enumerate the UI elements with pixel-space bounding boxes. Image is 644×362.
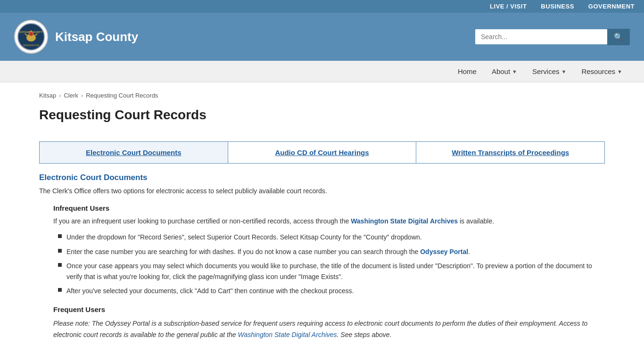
bullet-item-2: Enter the case number you are searching …: [58, 247, 605, 257]
search-button[interactable]: 🔍: [607, 29, 630, 45]
nav-services[interactable]: Services ▼: [525, 61, 574, 82]
frequent-users-note: Please note: The Odyssey Portal is a sub…: [53, 318, 605, 341]
logo-area: KITSAP COUNTY WASHINGTON Kitsap County: [14, 20, 138, 54]
breadcrumb-current: Requesting Court Records: [86, 92, 158, 99]
page-content: Kitsap › Clerk › Requesting Court Record…: [25, 82, 619, 360]
frequent-users-title: Frequent Users: [53, 305, 605, 313]
site-header: KITSAP COUNTY WASHINGTON Kitsap County 🔍: [0, 13, 644, 61]
nav-home[interactable]: Home: [450, 61, 484, 82]
topbar-government[interactable]: GOVERNMENT: [588, 3, 635, 10]
top-bar: LIVE / VISIT BUSINESS GOVERNMENT: [0, 0, 644, 13]
main-nav: Home About ▼ Services ▼ Resources ▼: [0, 61, 644, 82]
bullet-icon-2: [58, 249, 62, 253]
breadcrumb-sep-1: ›: [59, 92, 61, 99]
breadcrumb-kitsap[interactable]: Kitsap: [39, 92, 56, 99]
infrequent-users-desc: If you are an infrequent user looking to…: [53, 216, 605, 226]
wa-digital-archives-link-2[interactable]: Washington State Digital Archives: [238, 331, 337, 338]
tab-electronic-court-docs[interactable]: Electronic Court Documents: [40, 142, 228, 163]
topbar-live-visit[interactable]: LIVE / VISIT: [490, 3, 527, 10]
services-chevron-icon: ▼: [561, 69, 567, 74]
bullet-icon-3: [58, 263, 62, 267]
search-area: 🔍: [475, 29, 630, 45]
section-heading: Electronic Court Documents: [39, 173, 605, 182]
svg-point-8: [29, 32, 33, 36]
bullet-item-3: Once your case appears you may select wh…: [58, 261, 605, 282]
section-intro: The Clerk's Office offers two options fo…: [39, 187, 605, 195]
odyssey-portal-link[interactable]: Odyssey Portal: [420, 248, 468, 255]
frequent-users-section: Frequent Users Please note: The Odyssey …: [53, 305, 605, 341]
bullet-icon-4: [58, 288, 62, 292]
topbar-business[interactable]: BUSINESS: [541, 3, 574, 10]
page-title: Requesting Court Records: [39, 107, 605, 127]
infrequent-users-section: Infrequent Users If you are an infrequen…: [53, 204, 605, 296]
nav-resources[interactable]: Resources ▼: [574, 61, 630, 82]
tab-audio-cd[interactable]: Audio CD of Court Hearings: [228, 142, 417, 163]
resources-chevron-icon: ▼: [617, 69, 622, 74]
bullet-item-4: After you've selected your documents, cl…: [58, 286, 605, 296]
nav-about[interactable]: About ▼: [484, 61, 525, 82]
about-chevron-icon: ▼: [512, 69, 517, 74]
breadcrumb-sep-2: ›: [81, 92, 83, 99]
infrequent-bullet-list: Under the dropdown for "Record Series", …: [58, 232, 605, 296]
tab-written-transcripts[interactable]: Written Transcripts of Proceedings: [416, 142, 604, 163]
site-logo[interactable]: KITSAP COUNTY WASHINGTON: [14, 20, 48, 54]
bullet-item-1: Under the dropdown for "Record Series", …: [58, 232, 605, 242]
search-input[interactable]: [475, 29, 607, 44]
breadcrumb-clerk[interactable]: Clerk: [64, 92, 78, 99]
site-title: Kitsap County: [55, 30, 138, 44]
infrequent-users-title: Infrequent Users: [53, 204, 605, 212]
wa-digital-archives-link-1[interactable]: Washington State Digital Archives: [351, 217, 458, 225]
content-tabs: Electronic Court Documents Audio CD of C…: [39, 141, 605, 164]
logo-image: KITSAP COUNTY WASHINGTON: [17, 23, 45, 51]
breadcrumb: Kitsap › Clerk › Requesting Court Record…: [39, 92, 605, 99]
bullet-icon-1: [58, 234, 62, 238]
svg-text:WASHINGTON: WASHINGTON: [23, 44, 40, 47]
